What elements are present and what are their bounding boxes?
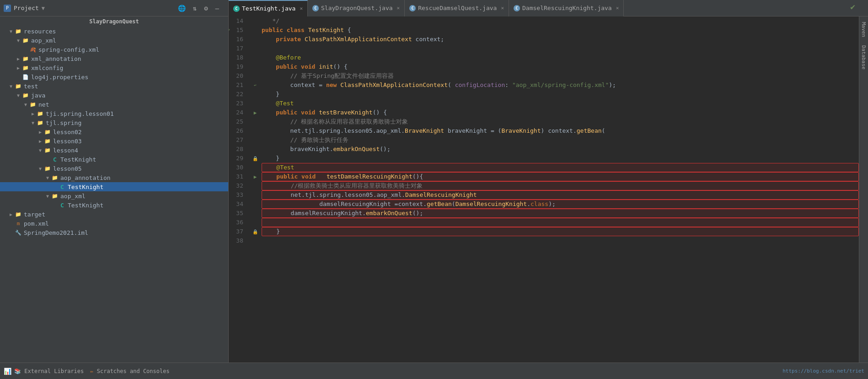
line-32: 32	[229, 181, 247, 190]
line-23: 23	[229, 99, 247, 108]
iml-icon: 🔧	[15, 229, 22, 236]
arrow-tjlspring: ▼	[29, 120, 37, 125]
gutter-15	[251, 26, 260, 35]
label-lesson03: lesson03	[53, 138, 228, 145]
line-33: 33	[229, 190, 247, 200]
tab-close-1[interactable]: ✕	[397, 5, 400, 11]
tree-item-target[interactable]: ▶ 📁 target	[0, 210, 228, 219]
tree-item-aop-annotation[interactable]: ▼ 📁 aop_annotation	[0, 173, 228, 182]
tree-item-lesson02[interactable]: ▶ 📁 lesson02	[0, 127, 228, 136]
tab-label-0: TestKnight.java	[242, 5, 295, 12]
line-38: 38	[229, 236, 247, 245]
label-spring-config: spring-config.xml	[38, 46, 228, 53]
tree-item-lesson03[interactable]: ▶ 📁 lesson03	[0, 136, 228, 146]
tab-bar: P Project ▼ 🌐 ⇅ ⚙ — C TestKnight.java ✕ …	[0, 0, 868, 16]
line-21: 21	[229, 81, 247, 90]
arrow-resources: ▼	[7, 29, 15, 34]
tree-item-lesson4[interactable]: ▼ 📁 lesson4	[0, 146, 228, 155]
tree-item-net[interactable]: ▼ 📁 net	[0, 100, 228, 109]
label-aop-annotation: aop_annotation	[60, 174, 228, 181]
url-text: https://blog.csdn.net/triet	[782, 368, 864, 374]
main-area: SlayDragonQuest ▼ 📁 resources ▼ 📁 aop_xm…	[0, 16, 868, 363]
tab-rescuedamsel[interactable]: C RescueDamselQuest.java ✕	[405, 0, 509, 16]
gutter-34	[251, 200, 260, 209]
tree-item-iml[interactable]: 🔧 SpringDemo2021.iml	[0, 228, 228, 237]
gutter-run-31[interactable]: ▶	[251, 172, 260, 181]
code-line-15: public class TestKnight {	[262, 26, 859, 35]
tree-item-test[interactable]: ▼ 📁 test	[0, 81, 228, 91]
settings-icon[interactable]: ⚙	[202, 4, 209, 13]
tree-item-lesson01[interactable]: ▶ 📁 tji.spring.lesson01	[0, 109, 228, 118]
tab-testknight-java[interactable]: C TestKnight.java ✕	[229, 0, 308, 16]
tab-close-2[interactable]: ✕	[501, 5, 504, 11]
tree-item-lesson05[interactable]: ▼ 📁 lesson05	[0, 164, 228, 173]
tree-item-log4j[interactable]: 📄 log4j.properties	[0, 72, 228, 81]
tab-icon-damsel: C	[514, 5, 520, 11]
tab-label-1: SlayDragonQuest.java	[321, 5, 393, 11]
right-tab-database[interactable]: Database	[860, 42, 868, 73]
line-19: 19	[229, 62, 247, 71]
folder-icon-lesson05: 📁	[44, 165, 51, 172]
code-line-38	[262, 236, 859, 245]
label-log4j: log4j.properties	[31, 74, 228, 81]
tree-item-testknight-aopxml[interactable]: C TestKnight	[0, 200, 228, 210]
project-title[interactable]: P Project ▼	[4, 5, 45, 12]
layout-icon[interactable]: ⇅	[191, 4, 198, 13]
tree-item-resources[interactable]: ▼ 📁 resources	[0, 27, 228, 36]
tree-item-aop-xml-l05[interactable]: ▼ 📁 aop_xml	[0, 191, 228, 200]
xml-icon-spring: 🍂	[29, 46, 37, 53]
line-37: 37	[229, 227, 247, 236]
line-28: 28	[229, 145, 247, 154]
header-toolbar: 🌐 ⇅ ⚙ —	[176, 4, 221, 13]
tree-item-pom[interactable]: m pom.xml	[0, 219, 228, 228]
code-lines[interactable]: */ public class TestKnight { private Cla…	[260, 16, 859, 363]
project-dropdown-icon[interactable]: ▼	[42, 5, 45, 11]
tree-item-xml-annotation[interactable]: ▶ 📁 xml_annotation	[0, 54, 228, 63]
tab-damselrescuing[interactable]: C DamselRescuingKnight.java ✕	[509, 0, 624, 16]
label-lesson01: tji.spring.lesson01	[46, 110, 228, 117]
tab-close-0[interactable]: ✕	[300, 5, 303, 11]
minimize-icon[interactable]: —	[214, 4, 221, 13]
code-line-23: @Test	[262, 99, 859, 108]
code-line-19: public void init() {	[262, 62, 859, 71]
gutter-25	[251, 117, 260, 126]
external-libraries-label[interactable]: 📚 External Libraries	[14, 368, 84, 374]
tab-icon-rescue: C	[409, 5, 416, 11]
tree-item-testknight-selected[interactable]: C TestKnight	[0, 182, 228, 191]
code-container[interactable]: 14 ↩15 16 17 18 19 20 21 22 23 24 25 26 …	[229, 16, 859, 363]
line-36: 36	[229, 218, 247, 227]
tree-item-tjlspring[interactable]: ▼ 📁 tjl.spring	[0, 118, 228, 127]
tab-slaydragonquest[interactable]: C SlayDragonQuest.java ✕	[308, 0, 405, 16]
label-lesson05: lesson05	[53, 165, 228, 172]
code-line-28: braveKnight.embarkOnQuest();	[262, 145, 859, 154]
gutter-28	[251, 145, 260, 154]
gutter-lock-37: 🔒	[251, 227, 260, 236]
arrow-aop-annotation: ▼	[44, 175, 51, 180]
tab-close-3[interactable]: ✕	[616, 5, 619, 11]
globe-icon[interactable]: 🌐	[176, 4, 188, 13]
scratches-area[interactable]: ✏ Scratches and Consoles	[90, 368, 169, 374]
arrow-net: ▼	[22, 102, 29, 107]
gutter-33	[251, 190, 260, 200]
tree-item-java[interactable]: ▼ 📁 java	[0, 91, 228, 100]
tree-item-testknight-l4[interactable]: C TestKnight	[0, 155, 228, 164]
tree-item-spring-config[interactable]: 🍂 spring-config.xml	[0, 45, 228, 54]
bottom-right-url: https://blog.csdn.net/triet	[782, 368, 864, 374]
tab-label-2: RescueDamselQuest.java	[418, 5, 497, 11]
label-tjlspring: tjl.spring	[46, 119, 228, 126]
arrow-target: ▶	[7, 212, 15, 217]
right-tab-maven[interactable]: Maven	[860, 18, 868, 41]
gutter: ↩ ▶ 🔒 ▶ 🔒	[251, 16, 260, 363]
label-xml-annotation: xml_annotation	[31, 55, 228, 62]
folder-icon-lesson01: 📁	[37, 110, 44, 117]
gutter-run-24[interactable]: ▶	[251, 108, 260, 117]
label-java: java	[31, 92, 228, 99]
tree-item-aop-xml[interactable]: ▼ 📁 aop_xml	[0, 36, 228, 45]
line-35: 35	[229, 209, 247, 218]
line-27: 27	[229, 135, 247, 145]
tree-item-xmlconfig[interactable]: ▶ 📁 xmlconfig	[0, 63, 228, 72]
stats-icon: 📊	[4, 368, 11, 375]
line-18: 18	[229, 53, 247, 62]
pom-icon: m	[15, 220, 22, 227]
gutter-38	[251, 236, 260, 245]
